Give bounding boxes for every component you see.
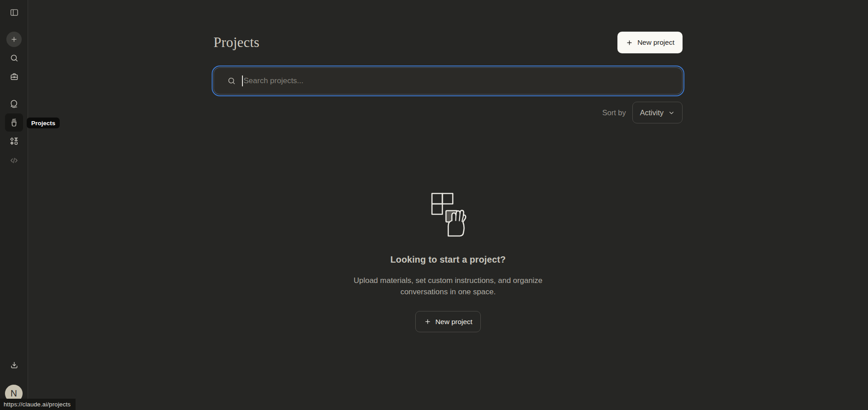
sort-by-label: Sort by	[602, 108, 626, 117]
plus-icon	[626, 39, 633, 47]
sort-row: Sort by Activity	[213, 102, 683, 123]
projects-page: Projects New project Sort by	[213, 0, 683, 332]
new-project-label: New project	[436, 318, 473, 326]
sidebar-apps-button[interactable]	[5, 132, 23, 151]
search-icon	[227, 76, 236, 85]
shapes-icon	[9, 137, 19, 146]
sidebar-search-button[interactable]	[5, 49, 23, 67]
avatar-initial: N	[10, 388, 17, 399]
text-caret	[242, 75, 243, 86]
new-chat-button[interactable]	[5, 30, 23, 48]
briefcase-icon	[9, 72, 19, 81]
tooltip-label: Projects	[31, 120, 55, 127]
chat-bubble-icon	[9, 99, 19, 109]
sidebar-toggle-button[interactable]	[5, 3, 23, 21]
plus-icon	[424, 318, 432, 325]
download-icon	[9, 361, 19, 370]
empty-state: Looking to start a project? Upload mater…	[213, 190, 683, 332]
search-icon	[9, 53, 19, 63]
sidebar-code-button[interactable]	[5, 151, 23, 170]
empty-state-description: Upload materials, set custom instruction…	[342, 275, 555, 297]
projects-box-icon	[9, 118, 19, 127]
empty-state-heading: Looking to start a project?	[390, 254, 506, 265]
sidebar: N	[0, 0, 28, 410]
sort-dropdown[interactable]: Activity	[632, 102, 683, 123]
main-area: Projects New project Sort by	[28, 0, 868, 410]
search-projects-field[interactable]	[213, 67, 683, 94]
panel-left-icon	[9, 8, 19, 17]
new-project-label: New project	[637, 38, 674, 47]
projects-tooltip: Projects	[27, 118, 60, 128]
download-button[interactable]	[5, 356, 23, 374]
chevron-down-icon	[668, 109, 675, 116]
new-project-button-empty[interactable]: New project	[415, 311, 481, 332]
plus-icon	[6, 32, 22, 47]
page-title: Projects	[213, 34, 259, 51]
hand-placing-square-illustration	[422, 190, 475, 239]
status-url: https://claude.ai/projects	[4, 401, 71, 408]
code-icon	[9, 156, 19, 165]
link-status-bar: https://claude.ai/projects	[0, 399, 76, 410]
sidebar-business-button[interactable]	[5, 67, 23, 85]
search-input[interactable]	[244, 76, 674, 85]
sidebar-projects-button[interactable]	[5, 113, 23, 132]
sidebar-chats-button[interactable]	[5, 95, 23, 113]
new-project-button-top[interactable]: New project	[617, 32, 683, 53]
sort-value: Activity	[640, 108, 664, 117]
page-header: Projects New project	[213, 32, 683, 53]
